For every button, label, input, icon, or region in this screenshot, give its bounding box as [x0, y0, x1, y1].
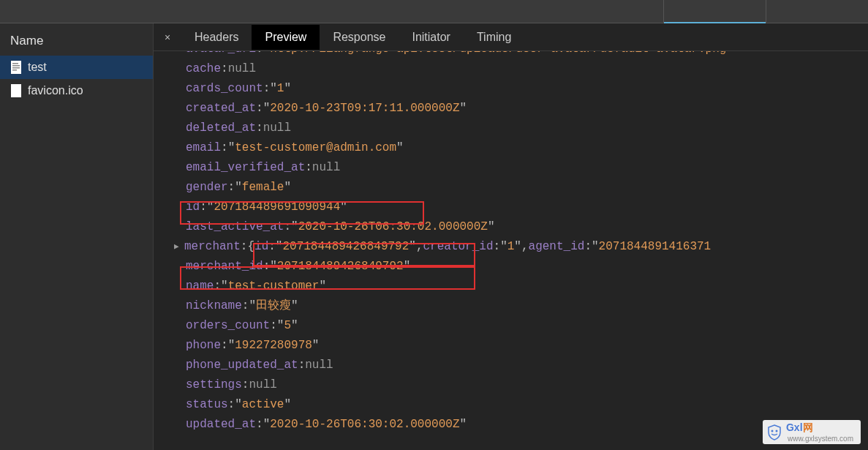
file-label: favicon.ico	[28, 84, 83, 97]
top-tab-active[interactable]	[663, 0, 766, 23]
prop-name: name: "test-customer"	[154, 277, 868, 296]
detail-tabbar: × Headers Preview Response Initiator Tim…	[154, 23, 868, 51]
top-tab-next[interactable]	[766, 0, 868, 23]
tab-headers[interactable]: Headers	[181, 25, 252, 50]
tab-preview[interactable]: Preview	[252, 25, 320, 50]
preview-body[interactable]: avatar_url: "http://liangfango-api.test/…	[154, 51, 868, 450]
prop-deleted-at: deleted_at: null	[154, 119, 868, 138]
chevron-right-icon[interactable]: ▶	[174, 237, 184, 257]
prop-avatar-url: avatar_url: "http://liangfango-api.test/…	[154, 51, 868, 59]
svg-rect-2	[12, 65, 20, 67]
prop-settings: settings: null	[154, 375, 868, 395]
prop-id: id: "207184489691090944"	[154, 198, 868, 217]
prop-last-active-at: last_active_at: "2020-10-26T06:30:02.000…	[154, 217, 868, 237]
close-icon[interactable]: ×	[154, 23, 181, 51]
sidebar-header: Name	[0, 28, 153, 56]
svg-rect-4	[12, 70, 17, 71]
file-item-favicon[interactable]: favicon.ico	[0, 79, 153, 102]
svg-rect-1	[12, 63, 18, 64]
prop-status: status: "active"	[154, 395, 868, 415]
prop-merchant-id: merchant_id: "207184489426849792"	[154, 257, 868, 277]
prop-nickname: nickname: "田较瘦"	[154, 296, 868, 316]
doc-icon	[10, 60, 22, 75]
svg-point-7	[775, 430, 777, 432]
prop-gender: gender: "female"	[154, 178, 868, 198]
prop-email: email: "test-customer@admin.com"	[154, 138, 868, 158]
blank-icon	[10, 83, 22, 98]
prop-updated-at: updated_at: "2020-10-26T06:30:02.000000Z…	[154, 415, 868, 435]
tab-response[interactable]: Response	[320, 25, 399, 50]
prop-merchant[interactable]: ▶merchant: {id: "207184489426849792", cr…	[154, 237, 868, 257]
prop-phone-updated-at: phone_updated_at: null	[154, 356, 868, 375]
file-label: test	[28, 61, 47, 74]
prop-cache: cache: null	[154, 59, 868, 79]
prop-cards-count: cards_count: "1"	[154, 79, 868, 99]
top-tab-strip	[0, 0, 868, 23]
tab-timing[interactable]: Timing	[464, 25, 524, 50]
tab-initiator[interactable]: Initiator	[399, 25, 463, 50]
prop-orders-count: orders_count: "5"	[154, 316, 868, 336]
prop-phone: phone: "19227280978"	[154, 336, 868, 356]
sidebar: Name test favicon.ico	[0, 23, 154, 450]
svg-point-6	[771, 430, 773, 432]
prop-created-at: created_at: "2020-10-23T09:17:11.000000Z…	[154, 99, 868, 119]
prop-email-verified-at: email_verified_at: null	[154, 158, 868, 178]
svg-rect-5	[11, 84, 21, 97]
svg-rect-3	[12, 67, 20, 69]
shield-icon	[767, 424, 782, 440]
watermark: Gxl网 www.gxlsystem.com	[763, 420, 861, 444]
file-item-test[interactable]: test	[0, 56, 153, 79]
